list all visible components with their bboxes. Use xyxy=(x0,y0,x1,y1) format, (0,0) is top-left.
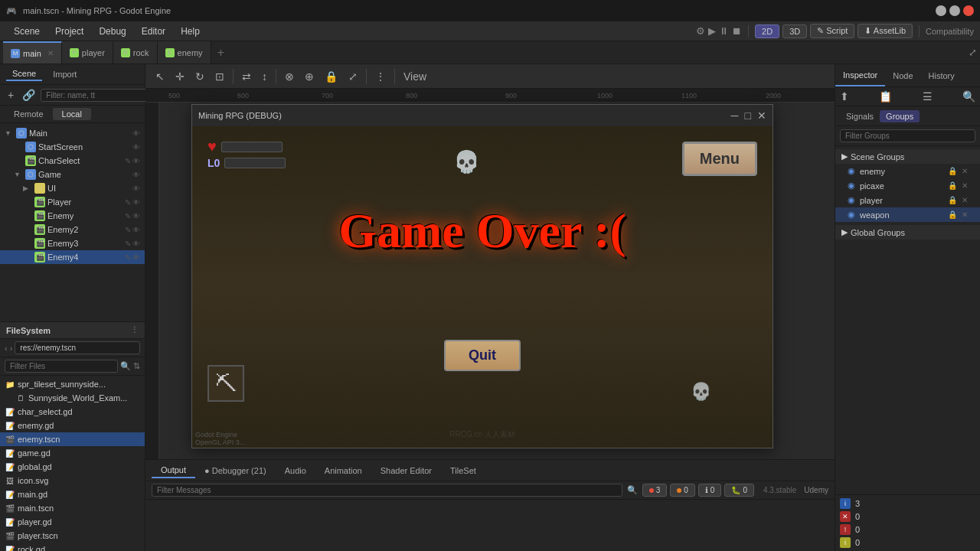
tree-eye-enemy[interactable]: 👁 xyxy=(132,212,140,220)
tree-item-enemy4[interactable]: 🎬 Enemy4 ✎ 👁 xyxy=(0,250,145,264)
tab-debugger[interactable]: ● Debugger (21) xyxy=(195,464,276,478)
fs-menu-icon[interactable]: ⋮ xyxy=(130,325,139,335)
fs-item-char-select[interactable]: 📝 char_select.gd xyxy=(0,405,145,419)
fs-sort-icon[interactable]: ⇅ xyxy=(133,361,140,371)
menu-project[interactable]: Project xyxy=(47,24,91,38)
tree-edit-enemy4[interactable]: ✎ xyxy=(125,253,131,262)
tree-eye-player[interactable]: 👁 xyxy=(132,198,140,207)
scene-groups-header[interactable]: ▶ Scene Groups xyxy=(835,149,980,164)
tree-item-main[interactable]: ▼ ⬡ Main 👁 xyxy=(0,126,145,140)
tree-eye-main[interactable]: 👁 xyxy=(132,129,140,138)
scene-filter-input[interactable] xyxy=(41,89,149,102)
fs-item-global-gd[interactable]: 📝 global.gd xyxy=(0,460,145,474)
link-node-button[interactable]: 🔗 xyxy=(19,87,38,103)
tab-main-close[interactable]: ✕ xyxy=(47,49,54,57)
menu-button[interactable]: Menu xyxy=(682,142,757,176)
tree-eye-ui[interactable]: 👁 xyxy=(132,184,140,193)
fs-item-main-gd[interactable]: 📝 main.gd xyxy=(0,487,145,501)
tab-tileset[interactable]: TileSet xyxy=(441,464,485,478)
select-tool[interactable]: ↖ xyxy=(152,68,168,85)
fs-item-enemy-tscn[interactable]: 🎬 enemy.tscn xyxy=(0,432,145,446)
fs-item-icon-svg[interactable]: 🖼 icon.svg xyxy=(0,474,145,487)
right-tool-3[interactable]: ☰ xyxy=(923,90,933,103)
game-maximize-icon[interactable]: □ xyxy=(745,109,751,122)
assetlib-button[interactable]: ⬇ AssetLib xyxy=(858,24,913,38)
3d-button[interactable]: 3D xyxy=(782,24,807,38)
group-tool[interactable]: ⤢ xyxy=(345,68,361,85)
play-icon[interactable]: ▶ xyxy=(708,25,716,37)
menu-editor[interactable]: Editor xyxy=(134,24,173,38)
fs-item-player-gd[interactable]: 📝 player.gd xyxy=(0,515,145,529)
panel-tab-import[interactable]: Import xyxy=(47,68,83,80)
fs-item-spriteset[interactable]: 📁 spr_tileset_sunnyside... xyxy=(0,377,145,391)
game-close-icon[interactable]: ✕ xyxy=(757,109,766,122)
tab-add-button[interactable]: + xyxy=(211,43,230,63)
tree-item-charselect[interactable]: 🎬 CharSelect ✎ 👁 xyxy=(0,154,145,168)
fs-item-sunnyside[interactable]: 🗒 Sunnyside_World_Exam... xyxy=(0,391,145,405)
tree-item-game[interactable]: ▼ ⬡ Game 👁 xyxy=(0,168,145,181)
group-item-weapon[interactable]: ◉ weapon 🔒 ✕ xyxy=(835,207,980,222)
menu-help[interactable]: Help xyxy=(173,24,207,38)
tree-eye-ss[interactable]: 👁 xyxy=(132,143,140,152)
snap-tool[interactable]: ⊕ xyxy=(301,68,318,85)
right-tab-inspector[interactable]: Inspector xyxy=(835,64,885,86)
lock-tool[interactable]: 🔒 xyxy=(321,68,341,85)
tree-eye-enemy2[interactable]: 👁 xyxy=(132,226,140,234)
move-tool[interactable]: ✛ xyxy=(172,68,188,85)
group-item-picaxe[interactable]: ◉ picaxe 🔒 ✕ xyxy=(835,178,980,193)
udemy-link[interactable]: Udemy xyxy=(804,486,828,494)
more-tool[interactable]: ⋮ xyxy=(371,68,390,85)
nav-back-icon[interactable]: ‹ xyxy=(5,344,8,353)
tree-item-enemy3[interactable]: 🎬 Enemy3 ✎ 👁 xyxy=(0,236,145,250)
tree-item-enemy2[interactable]: 🎬 Enemy2 ✎ 👁 xyxy=(0,223,145,236)
flip-v-tool[interactable]: ↕ xyxy=(258,68,271,85)
menu-debug[interactable]: Debug xyxy=(91,24,133,38)
tab-output[interactable]: Output xyxy=(152,463,195,478)
nav-forward-icon[interactable]: › xyxy=(10,344,13,353)
minimize-button[interactable] xyxy=(936,5,946,16)
right-tool-2[interactable]: 📋 xyxy=(879,90,892,103)
tab-main[interactable]: M main ✕ xyxy=(3,41,62,64)
fs-search-icon[interactable]: 🔍 xyxy=(120,361,131,371)
local-button[interactable]: Local xyxy=(53,108,91,120)
expand-icon[interactable]: ⤢ xyxy=(969,47,977,58)
warnings-button[interactable]: 0 xyxy=(670,484,695,497)
fs-item-main-tscn[interactable]: 🎬 main.tscn xyxy=(0,501,145,515)
info-button[interactable]: ℹ 0 xyxy=(698,484,722,497)
panel-tab-scene[interactable]: Scene xyxy=(6,67,42,81)
group-item-player[interactable]: ◉ player 🔒 ✕ xyxy=(835,193,980,207)
tree-edit-cs[interactable]: ✎ xyxy=(125,157,131,165)
rotate-tool[interactable]: ↻ xyxy=(191,68,208,85)
right-tab-history[interactable]: History xyxy=(921,64,962,86)
tab-rock[interactable]: R rock xyxy=(113,41,158,64)
subtab-signals[interactable]: Signals xyxy=(840,110,880,122)
fs-header[interactable]: FileSystem ⋮ xyxy=(0,322,145,339)
tab-enemy[interactable]: E enemy xyxy=(158,41,211,64)
scale-tool[interactable]: ⊡ xyxy=(211,68,228,85)
add-node-button[interactable]: + xyxy=(5,87,17,103)
fs-filter-input[interactable] xyxy=(5,360,118,373)
log-search-icon[interactable]: 🔍 xyxy=(627,485,638,495)
right-tool-1[interactable]: ⬆ xyxy=(840,90,849,103)
game-minimize-icon[interactable]: ─ xyxy=(731,109,739,122)
flip-h-tool[interactable]: ⇄ xyxy=(238,68,255,85)
fs-path-input[interactable] xyxy=(15,341,140,354)
subtab-groups[interactable]: Groups xyxy=(880,110,920,122)
settings-icon[interactable]: ⚙ xyxy=(696,25,705,37)
menu-scene[interactable]: Scene xyxy=(6,24,47,38)
right-search-icon[interactable]: 🔍 xyxy=(962,90,975,103)
tree-item-startscreen[interactable]: ⬡ StartScreen 👁 xyxy=(0,140,145,154)
tree-edit-enemy[interactable]: ✎ xyxy=(125,212,131,220)
tab-animation[interactable]: Animation xyxy=(315,464,371,478)
remote-button[interactable]: Remote xyxy=(5,108,53,120)
group-remove-weapon[interactable]: ✕ xyxy=(962,210,968,219)
tree-item-player[interactable]: 🎬 Player ✎ 👁 xyxy=(0,195,145,209)
log-filter-input[interactable] xyxy=(152,484,622,497)
fs-item-player-tscn[interactable]: 🎬 player.tscn xyxy=(0,529,145,543)
right-tab-node[interactable]: Node xyxy=(885,64,920,86)
tab-player[interactable]: P player xyxy=(62,41,113,64)
group-item-enemy[interactable]: ◉ enemy 🔒 ✕ xyxy=(835,164,980,178)
script-button[interactable]: ✎ Script xyxy=(810,24,854,38)
grid-tool[interactable]: ⊗ xyxy=(281,68,298,85)
tree-eye-enemy3[interactable]: 👁 xyxy=(132,240,140,248)
